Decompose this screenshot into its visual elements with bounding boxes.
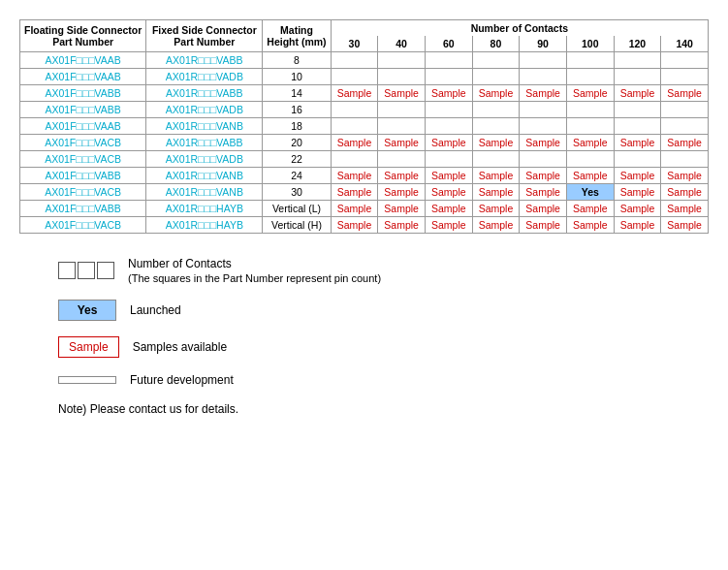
cell-mating: Vertical (H): [263, 217, 331, 234]
legend-squares-label: Number of Contacts: [128, 257, 381, 270]
cell-contact: Sample: [661, 85, 709, 102]
legend-yes-row: Yes Launched: [58, 300, 709, 321]
cell-contact: Sample: [425, 85, 472, 102]
cell-contact: Sample: [425, 168, 472, 184]
cell-mating: 10: [263, 69, 331, 85]
cell-contact: [472, 151, 520, 168]
col-90: 90: [520, 36, 567, 52]
col-140: 140: [661, 36, 709, 52]
legend-squares-row: Number of Contacts (The squares in the P…: [58, 257, 709, 284]
cell-mating: 24: [263, 168, 331, 184]
cell-fixed: AX01R□□□VADB: [146, 102, 263, 118]
cell-contact: Sample: [472, 135, 520, 151]
cell-contact: [378, 69, 426, 85]
legend-square-2: [78, 262, 95, 279]
badge-sample: Sample: [58, 336, 119, 358]
cell-mating: 8: [263, 52, 331, 69]
cell-contact: Sample: [614, 217, 661, 234]
cell-contact: Sample: [472, 85, 520, 102]
cell-contact: Sample: [378, 201, 426, 217]
legend-future-label: Future development: [130, 373, 234, 387]
cell-contact: Sample: [520, 168, 567, 184]
table-row: AX01F□□□VACBAX01R□□□VANB30SampleSampleSa…: [20, 184, 709, 201]
legend-square-1: [58, 262, 76, 279]
cell-contact: [331, 69, 378, 85]
cell-fixed: AX01R□□□VANB: [146, 118, 263, 135]
cell-floating: AX01F□□□VAAB: [20, 69, 146, 85]
cell-mating: 22: [263, 151, 331, 168]
cell-contact: [378, 102, 426, 118]
col-80: 80: [472, 36, 520, 52]
table-header-top: Floating Side ConnectorPart Number Fixed…: [20, 20, 709, 37]
cell-fixed: AX01R□□□VABB: [146, 135, 263, 151]
cell-contact: Sample: [614, 201, 661, 217]
legend-squares-sub: (The squares in the Part Number represen…: [128, 272, 381, 284]
cell-contact: Sample: [378, 184, 426, 201]
legend-section: Number of Contacts (The squares in the P…: [58, 257, 709, 416]
cell-contact: [472, 69, 520, 85]
cell-contact: [331, 102, 378, 118]
cell-mating: 20: [263, 135, 331, 151]
col-100: 100: [566, 36, 614, 52]
table-row: AX01F□□□VABBAX01R□□□VABB14SampleSampleSa…: [20, 85, 709, 102]
cell-contact: Sample: [566, 217, 614, 234]
cell-mating: Vertical (L): [263, 201, 331, 217]
table-row: AX01F□□□VACBAX01R□□□VABB20SampleSampleSa…: [20, 135, 709, 151]
col-floating: Floating Side ConnectorPart Number: [20, 20, 146, 52]
cell-contact: Sample: [378, 168, 426, 184]
cell-contact: [472, 118, 520, 135]
cell-floating: AX01F□□□VAAB: [20, 52, 146, 69]
cell-contact: Sample: [378, 85, 426, 102]
cell-contact: Sample: [472, 217, 520, 234]
cell-contact: [378, 52, 426, 69]
cell-floating: AX01F□□□VABB: [20, 168, 146, 184]
col-120: 120: [614, 36, 661, 52]
cell-mating: 18: [263, 118, 331, 135]
cell-contact: Sample: [331, 85, 378, 102]
table-row: AX01F□□□VABBAX01R□□□VANB24SampleSampleSa…: [20, 168, 709, 184]
legend-squares-text-block: Number of Contacts (The squares in the P…: [128, 257, 381, 284]
cell-contact: [614, 118, 661, 135]
cell-contact: [331, 52, 378, 69]
legend-square-3: [97, 262, 114, 279]
cell-contact: Sample: [378, 217, 426, 234]
cell-contact: Sample: [425, 135, 472, 151]
cell-contact: [472, 102, 520, 118]
cell-contact: [520, 102, 567, 118]
cell-contact: [520, 151, 567, 168]
cell-contact: [425, 151, 472, 168]
cell-contact: [614, 52, 661, 69]
cell-contact: [661, 52, 709, 69]
cell-contact: Sample: [472, 201, 520, 217]
cell-floating: AX01F□□□VABB: [20, 85, 146, 102]
cell-contact: [425, 102, 472, 118]
cell-contact: Sample: [331, 168, 378, 184]
cell-contact: Sample: [331, 201, 378, 217]
cell-contact: Sample: [520, 184, 567, 201]
col-40: 40: [378, 36, 426, 52]
cell-contact: Sample: [661, 201, 709, 217]
cell-mating: 16: [263, 102, 331, 118]
cell-contact: Sample: [566, 135, 614, 151]
col-contacts-header: Number of Contacts: [331, 20, 708, 37]
table-row: AX01F□□□VABBAX01R□□□HAYBVertical (L)Samp…: [20, 201, 709, 217]
cell-contact: Sample: [566, 201, 614, 217]
cell-contact: [425, 52, 472, 69]
cell-contact: Sample: [472, 168, 520, 184]
cell-contact: Sample: [614, 184, 661, 201]
cell-floating: AX01F□□□VACB: [20, 217, 146, 234]
cell-floating: AX01F□□□VACB: [20, 135, 146, 151]
cell-fixed: AX01R□□□HAYB: [146, 217, 263, 234]
col-mating: MatingHeight (mm): [263, 20, 331, 52]
cell-contact: Sample: [661, 217, 709, 234]
cell-contact: Sample: [661, 135, 709, 151]
cell-contact: Sample: [520, 135, 567, 151]
cell-contact: Sample: [425, 201, 472, 217]
cell-contact: [378, 151, 426, 168]
cell-mating: 14: [263, 85, 331, 102]
cell-contact: [614, 102, 661, 118]
cell-fixed: AX01R□□□VADB: [146, 69, 263, 85]
cell-mating: 30: [263, 184, 331, 201]
col-60: 60: [425, 36, 472, 52]
cell-contact: Sample: [614, 135, 661, 151]
